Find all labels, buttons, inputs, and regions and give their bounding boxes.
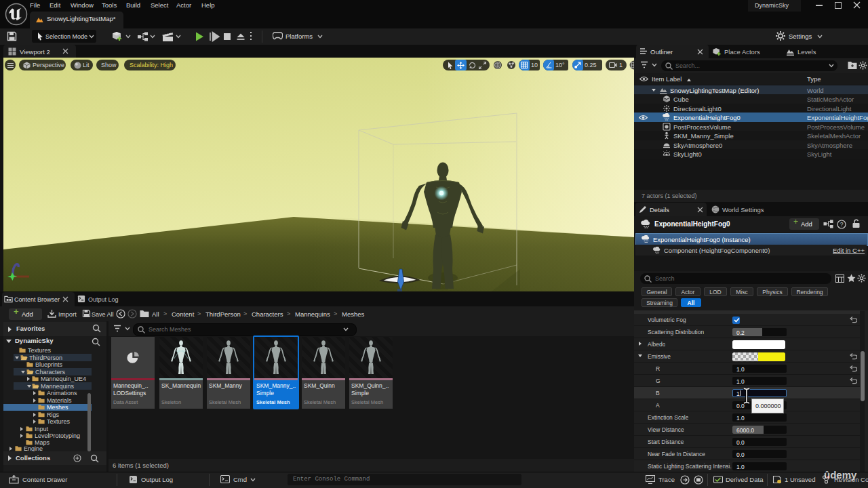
svg-text:?: ? (840, 221, 844, 228)
